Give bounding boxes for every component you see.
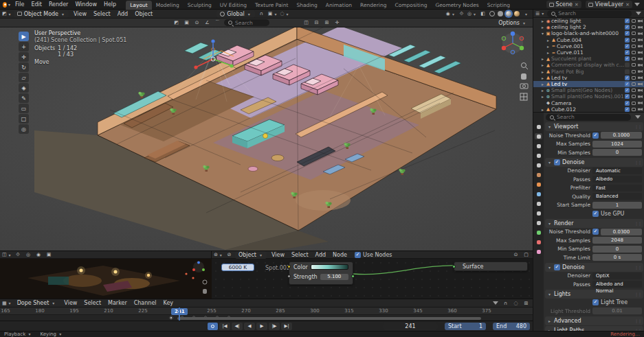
outliner-item-camera[interactable]: ◆Camera✓ bbox=[533, 100, 644, 106]
section-denoise[interactable]: ▾✓Denoise⋮⋮ bbox=[545, 158, 643, 167]
disable-render-icon[interactable] bbox=[638, 102, 643, 105]
snap-settings-dropdown[interactable]: ▣▾ bbox=[268, 10, 278, 18]
outliner-item-curve-001[interactable]: ▸≈Curve.001✓ bbox=[533, 43, 644, 49]
workspace-tab-layout[interactable]: Layout bbox=[126, 1, 152, 10]
disclosure-triangle-icon[interactable]: ▸ bbox=[540, 82, 545, 86]
tab-view-layer[interactable] bbox=[535, 152, 542, 159]
outliner-editor[interactable]: ☰▾ ▸◉ceiling light✓▸◉ceiling light 2✓▾▣l… bbox=[533, 10, 644, 113]
exclude-checkbox[interactable]: ✓ bbox=[625, 88, 630, 93]
disable-viewport-icon[interactable] bbox=[632, 32, 636, 35]
disable-render-icon[interactable] bbox=[638, 26, 643, 30]
outliner-item-curve-011[interactable]: ▸≈Curve.011✓ bbox=[533, 49, 644, 56]
shader-editor[interactable]: ⊚▾ ⊘ Object▾ ViewSelectAddNode ✓ Use Nod… bbox=[212, 251, 533, 299]
disable-viewport-icon[interactable] bbox=[632, 82, 636, 86]
viewlayer-unlink-icon[interactable]: ✕ bbox=[625, 2, 630, 8]
disable-viewport-icon[interactable] bbox=[632, 102, 636, 105]
disable-viewport-icon[interactable] bbox=[632, 89, 636, 92]
outliner-item-small-plant-geo-nodes-001[interactable]: ▸⊛Small plant(Geo Nodes).001✓ bbox=[533, 93, 644, 100]
dopesheet-editor-type-button[interactable]: ▦▾ bbox=[2, 299, 12, 307]
outliner-item-plant-pot-big[interactable]: ▸▲Plant Pot Big bbox=[533, 69, 644, 75]
shader-object-dropdown[interactable]: Object▾ bbox=[235, 251, 267, 259]
dopesheet-mode-dropdown[interactable]: Dope Sheet▾ bbox=[14, 299, 60, 307]
section-render[interactable]: ▾Render⋮⋮ bbox=[545, 219, 643, 228]
disable-viewport-icon[interactable] bbox=[632, 38, 636, 42]
field-passes[interactable]: Albedo bbox=[592, 176, 642, 183]
disable-viewport-icon[interactable] bbox=[632, 25, 636, 29]
field-passes[interactable]: Albedo and Normal bbox=[592, 281, 642, 288]
scene-unlink-icon[interactable]: ✕ bbox=[575, 2, 579, 8]
select-box-tool[interactable]: ▶ bbox=[19, 32, 29, 41]
dopesheet-menu-select[interactable]: Select bbox=[80, 299, 104, 307]
falloff-icon[interactable]: ⌒ bbox=[213, 19, 222, 27]
camera-preview-editor[interactable]: ◫▾ ⟐ ◎ ◉ ▣ bbox=[0, 251, 212, 299]
snap-target-icon[interactable]: ⊞ bbox=[322, 19, 331, 27]
exclude-checkbox[interactable]: ✓ bbox=[625, 75, 630, 80]
disclosure-triangle-icon[interactable]: ▸ bbox=[546, 44, 551, 49]
topbar-menu-window[interactable]: Window bbox=[71, 1, 100, 8]
disclosure-triangle-icon[interactable]: ▸ bbox=[540, 75, 545, 80]
tab-world[interactable] bbox=[535, 172, 542, 178]
disable-render-icon[interactable] bbox=[638, 95, 643, 99]
disclosure-triangle-icon[interactable]: ▸ bbox=[540, 107, 545, 112]
dopesheet-editor[interactable]: ▦▾ Dope Sheet▾ ViewSelectMarkerChannelKe… bbox=[0, 299, 533, 321]
preview-pin-icon[interactable]: ▣ bbox=[45, 251, 54, 259]
viewlayer-filter-icon[interactable] bbox=[632, 1, 641, 8]
editor-type-button[interactable]: ◩▾ bbox=[2, 10, 12, 18]
disclosure-triangle-icon[interactable]: ▸ bbox=[540, 19, 545, 23]
timeline-ruler[interactable]: 1651801952102252552702853003153303453603… bbox=[0, 307, 533, 315]
field-start-sample[interactable]: 1 bbox=[592, 202, 642, 209]
exclude-checkbox[interactable]: ✓ bbox=[625, 94, 630, 99]
measure-tool[interactable]: ▭ bbox=[19, 104, 29, 113]
exclude-checkbox[interactable]: ✓ bbox=[625, 31, 630, 36]
outliner-item-cube-012[interactable]: ▸▲Cube.012✓ bbox=[533, 106, 644, 113]
disable-render-icon[interactable] bbox=[638, 70, 643, 73]
shader-editor-type-button[interactable]: ⊚▾ bbox=[214, 251, 223, 259]
exclude-checkbox[interactable]: ✓ bbox=[625, 44, 630, 49]
options-dropdown[interactable]: Options ▾ bbox=[495, 19, 530, 27]
preview-gizmo-toggle[interactable]: ⟐ bbox=[14, 251, 23, 259]
disclosure-triangle-icon[interactable]: ▸ bbox=[546, 50, 551, 55]
3d-scene[interactable] bbox=[0, 27, 533, 251]
field-max-samples[interactable]: 1024 bbox=[592, 141, 642, 148]
topbar-menu-edit[interactable]: Edit bbox=[27, 1, 45, 8]
blender-logo-icon[interactable]: ▾ bbox=[3, 1, 11, 8]
previous-keyframe-button[interactable]: ◀| bbox=[232, 323, 243, 330]
field-quality[interactable]: Balanced bbox=[592, 193, 642, 200]
dopesheet-menu-marker[interactable]: Marker bbox=[104, 299, 131, 307]
checkbox-noise-threshold[interactable]: ✓ bbox=[592, 132, 599, 139]
tab-object[interactable] bbox=[535, 181, 542, 187]
viewport-menu-view[interactable]: View bbox=[70, 10, 90, 18]
workspace-tab-modeling[interactable]: Modeling bbox=[152, 1, 184, 10]
checkbox-use-gpu[interactable]: ✓ bbox=[592, 211, 599, 217]
xray-toggle[interactable]: ◧ bbox=[478, 10, 487, 18]
keying-popover-button[interactable]: Keying ▾ bbox=[40, 332, 63, 337]
shader-menu-node[interactable]: Node bbox=[329, 251, 351, 259]
mirror-x-icon[interactable]: ◫ bbox=[302, 19, 311, 27]
tab-physics[interactable] bbox=[535, 210, 542, 216]
keyframe-diamond[interactable] bbox=[169, 316, 173, 320]
next-keyframe-button[interactable]: |▶ bbox=[269, 323, 280, 330]
disclosure-triangle-icon[interactable]: ▸ bbox=[540, 94, 545, 99]
viewport-3d[interactable]: ▶+✛↻▱◈✎▭□◎ User Perspective (241) Scene … bbox=[0, 27, 533, 251]
exclude-checkbox[interactable] bbox=[625, 62, 630, 67]
preview-shading-toggle[interactable]: ◉ bbox=[34, 251, 43, 259]
field-noise-threshold[interactable]: 0.1000 bbox=[601, 132, 642, 139]
disable-render-icon[interactable] bbox=[638, 82, 643, 86]
field-min-samples[interactable]: 0 bbox=[592, 149, 642, 156]
shading-material-icon[interactable] bbox=[506, 11, 511, 16]
disclosure-triangle-icon[interactable]: ▾ bbox=[540, 31, 545, 36]
workspace-tab-scripting[interactable]: Scripting bbox=[483, 1, 514, 10]
section-denoise[interactable]: ▾✓Denoise⋮⋮ bbox=[545, 263, 643, 272]
outliner-item-cube-004[interactable]: ▸▲Cube.004✓ bbox=[533, 37, 644, 43]
properties-search-input[interactable] bbox=[557, 114, 628, 120]
properties-editor[interactable]: ▾Viewport⋮⋮Noise Threshold✓0.1000Max Sam… bbox=[533, 113, 644, 331]
exclude-checkbox[interactable]: ✓ bbox=[625, 101, 630, 106]
dopesheet-proportional-icon[interactable]: ◌ bbox=[511, 299, 520, 307]
disclosure-triangle-icon[interactable]: ▸ bbox=[540, 69, 545, 74]
blackbody-temperature-field[interactable]: 6000 K bbox=[221, 264, 254, 271]
strength-value-field[interactable]: 5.100 bbox=[320, 274, 348, 280]
section-light-paths[interactable]: ▸Light Paths⋮⋮ bbox=[545, 326, 643, 332]
auto-keying-toggle[interactable] bbox=[208, 323, 218, 330]
disable-viewport-icon[interactable] bbox=[632, 76, 636, 80]
exclude-checkbox[interactable] bbox=[625, 69, 630, 74]
